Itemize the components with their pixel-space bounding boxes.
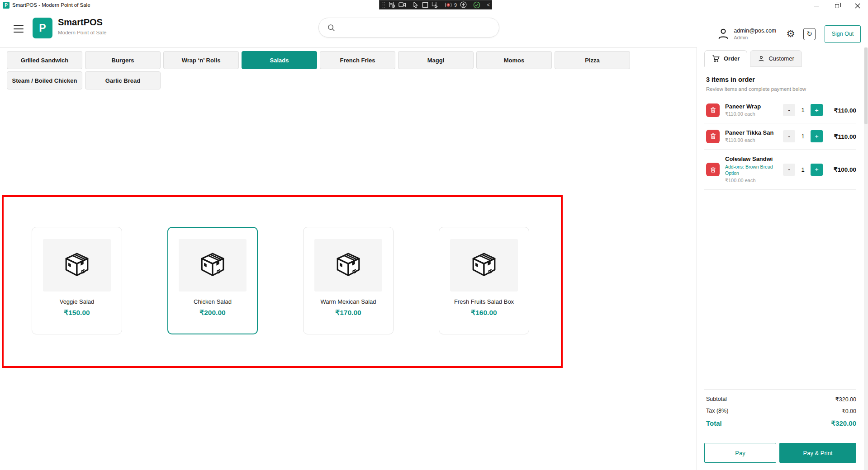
product-image-placeholder (179, 239, 247, 291)
subtotal-value: ₹320.00 (835, 396, 856, 403)
smartpos-window: P SmartPOS - Modern Point of Sale 9 < (0, 0, 868, 470)
package-box-icon (332, 249, 364, 281)
order-item-row: Coleslaw Sandwi Add-ons: Brown Bread Opt… (704, 150, 856, 190)
category-salads[interactable]: Salads (242, 51, 317, 69)
user-avatar-icon (716, 27, 730, 41)
panel-scrollbar[interactable] (864, 47, 868, 470)
drag-grip-icon[interactable] (382, 2, 385, 8)
order-item-name: Paneer Tikka San (725, 129, 780, 136)
product-name: Chicken Salad (168, 298, 257, 305)
order-item-info: Coleslaw Sandwi Add-ons: Brown Bread Opt… (725, 155, 780, 183)
category-grilled-sandwich[interactable]: Grilled Sandwich (7, 51, 82, 69)
order-item-name: Paneer Wrap (725, 103, 780, 110)
tab-customer[interactable]: Customer (750, 50, 802, 67)
category-tabs: Grilled Sandwich Burgers Wrap ‘n’ Rolls … (7, 51, 690, 89)
trash-icon (709, 166, 717, 174)
order-item-total: ₹110.00 (823, 107, 856, 114)
tab-order[interactable]: Order (704, 50, 747, 67)
app-tagline: Modern Point of Sale (58, 30, 106, 35)
delete-item-button[interactable] (706, 103, 720, 117)
user-role: Admin (734, 35, 783, 40)
tab-customer-label: Customer (768, 55, 794, 62)
category-maggi[interactable]: Maggi (398, 51, 474, 69)
quantity-value: 1 (795, 166, 811, 173)
payment-buttons: Pay Pay & Print (704, 435, 856, 463)
order-item-info: Paneer Wrap ₹110.00 each (725, 103, 780, 117)
minimize-icon (814, 6, 819, 6)
product-grid: Veggie Salad ₹150.00 Chicken Salad ₹200.… (9, 227, 552, 334)
order-item-name: Coleslaw Sandwi (725, 155, 780, 162)
sync-button[interactable]: ↻ (803, 28, 816, 40)
quantity-increase-button[interactable]: + (811, 104, 823, 116)
search-input[interactable] (339, 18, 499, 37)
quantity-increase-button[interactable]: + (811, 164, 823, 176)
category-wrap-n-rolls[interactable]: Wrap ‘n’ Rolls (163, 51, 239, 69)
package-box-icon (197, 249, 228, 281)
capture-steps-icon[interactable] (389, 1, 395, 8)
screen-capture-toolbar: 9 < (379, 0, 492, 9)
product-card-chicken-salad[interactable]: Chicken Salad ₹200.00 (167, 227, 258, 334)
category-steam-boiled-chicken[interactable]: Steam / Boiled Chicken (7, 71, 82, 89)
cursor-select-icon[interactable] (413, 1, 419, 8)
app-header: P SmartPOS Modern Point of Sale admin@po… (0, 10, 868, 48)
summary-total-row: Total ₹320.00 (706, 419, 856, 428)
order-count-heading: 3 items in order (704, 76, 856, 83)
order-panel: Order Customer 3 items in order Review i… (697, 47, 864, 470)
accessibility-icon[interactable] (460, 1, 467, 8)
delete-item-button[interactable] (706, 163, 720, 176)
video-record-icon[interactable] (398, 2, 406, 8)
quantity-decrease-button[interactable]: - (783, 130, 795, 142)
product-price: ₹160.00 (439, 309, 529, 317)
collapse-toolbar-chevron[interactable]: < (487, 2, 490, 8)
record-indicator-icon[interactable] (445, 2, 453, 8)
panel-empty-space (704, 190, 856, 389)
category-french-fries[interactable]: French Fries (320, 51, 395, 69)
product-image-placeholder (450, 239, 518, 291)
product-name: Veggie Salad (32, 298, 122, 305)
order-item-addons: Add-ons: Brown Bread Option (725, 164, 773, 176)
tab-order-label: Order (724, 55, 740, 62)
product-card-fresh-fruits-salad-box[interactable]: Fresh Fruits Salad Box ₹160.00 (439, 227, 529, 334)
restore-icon (835, 4, 839, 8)
quantity-decrease-button[interactable]: - (783, 164, 795, 176)
category-garlic-bread[interactable]: Garlic Bread (85, 71, 161, 89)
window-title: SmartPOS - Modern Point of Sale (12, 0, 90, 10)
settings-gear-icon[interactable]: ⚙ (786, 29, 795, 39)
region-select-icon[interactable] (422, 2, 428, 8)
confirm-check-icon[interactable] (473, 1, 480, 9)
product-card-warm-mexican-salad[interactable]: Warm Mexican Salad ₹170.00 (303, 227, 394, 334)
person-icon (758, 55, 765, 62)
app-logo: P (33, 18, 52, 38)
quantity-decrease-button[interactable]: - (783, 104, 795, 116)
product-price: ₹150.00 (32, 309, 122, 317)
product-name: Fresh Fruits Salad Box (439, 298, 529, 305)
order-summary: Subtotal ₹320.00 Tax (8%) ₹0.00 Total ₹3… (704, 389, 856, 429)
category-pizza[interactable]: Pizza (555, 51, 630, 69)
pay-button[interactable]: Pay (704, 443, 776, 463)
product-name: Warm Mexican Salad (304, 298, 393, 305)
product-image-placeholder (43, 239, 111, 291)
window-select-icon[interactable] (432, 1, 438, 8)
order-item-row: Paneer Tikka San ₹110.00 each - 1 + ₹110… (704, 123, 856, 150)
order-subheading: Review items and complete payment below (704, 86, 856, 92)
category-burgers[interactable]: Burgers (85, 51, 161, 69)
window-titlebar: P SmartPOS - Modern Point of Sale 9 < (0, 0, 868, 10)
menu-hamburger-icon[interactable] (14, 25, 24, 33)
quantity-value: 1 (795, 107, 811, 113)
package-box-icon (468, 249, 500, 281)
delete-item-button[interactable] (706, 130, 720, 143)
order-item-unit-price: ₹100.00 each (725, 178, 780, 183)
scrollbar-thumb[interactable] (864, 47, 868, 124)
quantity-value: 1 (795, 133, 811, 140)
summary-tax-row: Tax (8%) ₹0.00 (706, 408, 856, 414)
pay-and-print-button[interactable]: Pay & Print (779, 443, 856, 463)
sign-out-button[interactable]: Sign Out (825, 25, 861, 43)
total-label: Total (706, 419, 722, 428)
category-momos[interactable]: Momos (476, 51, 552, 69)
user-info: admin@pos.com Admin (734, 28, 783, 40)
quantity-increase-button[interactable]: + (811, 130, 823, 142)
product-card-veggie-salad[interactable]: Veggie Salad ₹150.00 (32, 227, 122, 334)
product-image-placeholder (314, 239, 382, 291)
trash-icon (709, 132, 717, 140)
user-email: admin@pos.com (734, 28, 783, 34)
